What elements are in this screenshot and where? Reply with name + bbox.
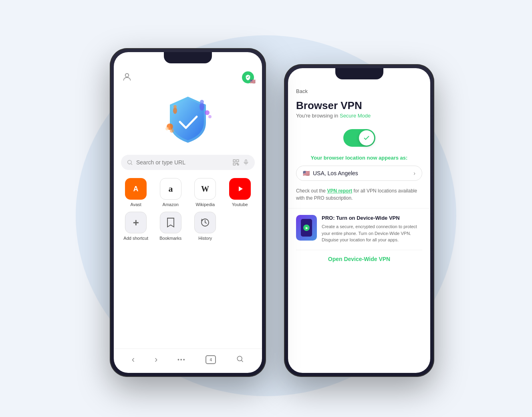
add-icon: + <box>125 212 147 233</box>
user-icon[interactable] <box>122 72 133 83</box>
forward-button[interactable]: › <box>155 354 157 365</box>
svg-text:A: A <box>133 185 139 193</box>
add-label: Add shortcut <box>123 236 148 241</box>
vpn-badge[interactable]: 🇺🇸 <box>242 71 254 83</box>
location-left: 🇺🇸 USA, Los Angeles <box>303 170 358 176</box>
shield-svg <box>148 91 228 147</box>
location-name: USA, Los Angeles <box>313 170 358 176</box>
search-button[interactable] <box>236 355 244 365</box>
phones-container: 🇺🇸 <box>86 28 446 389</box>
menu-button[interactable]: ••• <box>177 356 186 363</box>
shortcut-avast[interactable]: A Avast <box>120 178 152 207</box>
avast-label: Avast <box>131 202 141 207</box>
toggle-thumb <box>359 130 374 146</box>
svg-rect-15 <box>237 163 238 164</box>
toggle-container <box>288 125 430 155</box>
svg-line-26 <box>242 360 243 362</box>
youtube-icon <box>229 178 251 200</box>
bottom-nav: ‹ › ••• 4 <box>114 348 262 373</box>
shortcut-add[interactable]: + Add shortcut <box>120 212 152 241</box>
phone-back: Back Browser VPN You're browsing in Secu… <box>284 64 434 377</box>
search-input[interactable] <box>136 159 229 166</box>
phone-back-screen: Back Browser VPN You're browsing in Secu… <box>288 68 430 373</box>
vpn-report-link[interactable]: VPN report <box>327 188 352 194</box>
svg-point-2 <box>170 129 174 133</box>
vpn-toggle[interactable] <box>343 129 375 147</box>
vpn-subtitle: You're browsing in Secure Mode <box>288 113 430 125</box>
location-badge[interactable]: 🇺🇸 USA, Los Angeles › <box>296 166 422 181</box>
svg-rect-12 <box>237 160 239 162</box>
back-content: Back Browser VPN You're browsing in Secu… <box>288 68 430 373</box>
youtube-label: Youtube <box>232 202 248 207</box>
vpn-title: Browser VPN <box>288 96 430 113</box>
amazon-label: Amazon <box>163 202 179 207</box>
bookmarks-icon <box>160 212 181 233</box>
divider-2 <box>296 250 422 250</box>
back-header: Back <box>288 84 430 96</box>
shortcut-history[interactable]: History <box>189 212 221 241</box>
open-vpn-button[interactable]: Open Device-Wide VPN <box>288 256 430 262</box>
shortcuts-grid: A Avast a Amazon W <box>114 178 262 241</box>
svg-point-7 <box>200 100 204 104</box>
location-text: Your browser location now appears as: <box>288 155 430 166</box>
svg-rect-16 <box>245 160 247 163</box>
secure-mode-link[interactable]: Secure Mode <box>340 113 371 119</box>
pro-banner: ▶ PRO: Turn on Device-Wide VPN Create a … <box>288 215 430 250</box>
pro-label: PRO: Turn on Device-Wide VPN <box>322 215 400 221</box>
top-bar: 🇺🇸 <box>114 68 262 87</box>
svg-point-3 <box>165 127 169 130</box>
wikipedia-icon: W <box>194 178 216 200</box>
svg-text:W: W <box>201 184 209 193</box>
svg-point-8 <box>173 107 177 114</box>
wikipedia-label: Wikipedia <box>195 202 215 207</box>
pro-desc: Create a secure, encrypted connection to… <box>322 223 422 243</box>
qr-icon[interactable] <box>232 159 240 166</box>
svg-point-25 <box>237 356 242 361</box>
svg-point-4 <box>205 110 210 115</box>
hero-illustration <box>114 87 262 155</box>
us-flag: 🇺🇸 <box>303 170 310 176</box>
subtitle-text: You're browsing in <box>296 113 340 119</box>
back-button[interactable]: ‹ <box>132 354 135 365</box>
svg-point-0 <box>125 73 129 77</box>
location-arrow-icon: › <box>413 170 415 176</box>
back-link[interactable]: Back <box>296 88 308 94</box>
divider-1 <box>288 208 430 208</box>
svg-point-10 <box>128 160 131 164</box>
shortcut-amazon[interactable]: a Amazon <box>155 178 187 207</box>
pro-title: PRO: Turn on Device-Wide VPN <box>322 215 422 221</box>
mic-icon[interactable] <box>243 159 249 166</box>
avast-icon: A <box>125 178 147 200</box>
pro-text: PRO: Turn on Device-Wide VPN Create a se… <box>322 215 422 243</box>
history-label: History <box>198 236 212 241</box>
svg-text:a: a <box>168 184 173 194</box>
shortcut-wikipedia[interactable]: W Wikipedia <box>189 178 221 207</box>
shortcut-bookmarks[interactable]: Bookmarks <box>155 212 187 241</box>
pro-image: ▶ <box>296 215 317 241</box>
notch-back <box>335 68 383 79</box>
svg-rect-11 <box>233 160 235 162</box>
tab-count[interactable]: 4 <box>206 355 216 364</box>
search-bar[interactable] <box>121 155 255 170</box>
bookmarks-label: Bookmarks <box>159 236 181 241</box>
svg-rect-13 <box>233 163 235 165</box>
vpn-report-text: Check out the VPN report for all VPN loc… <box>288 187 430 208</box>
search-icon <box>127 159 133 166</box>
front-content: 🇺🇸 <box>114 52 262 373</box>
notch-front <box>164 52 212 63</box>
svg-point-5 <box>208 115 212 118</box>
phone-front: 🇺🇸 <box>110 48 266 377</box>
phone-front-screen: 🇺🇸 <box>114 52 262 373</box>
shortcut-youtube[interactable]: Youtube <box>224 178 256 207</box>
history-icon <box>194 212 216 233</box>
amazon-icon: a <box>160 178 181 200</box>
svg-point-9 <box>173 105 177 108</box>
